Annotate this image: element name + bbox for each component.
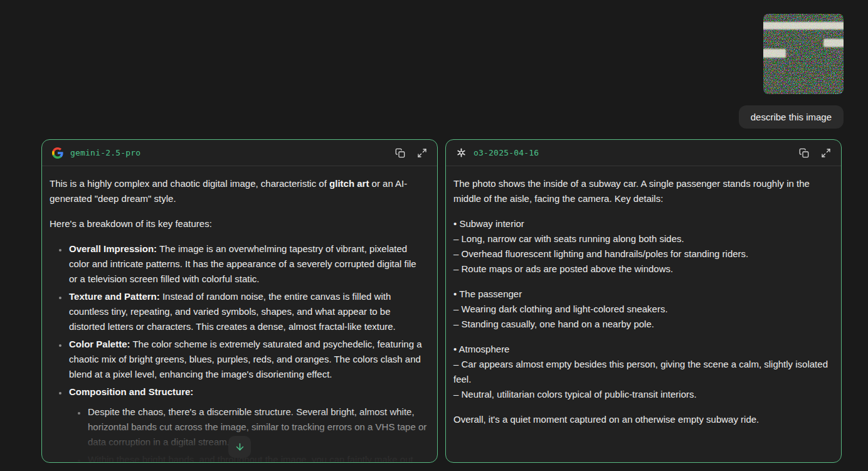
- expand-button[interactable]: [821, 148, 831, 158]
- panel-content: This is a highly complex and chaotic dig…: [42, 166, 437, 463]
- model-panels: gemini-2.5-pro This is a highly complex …: [41, 139, 842, 463]
- list-item: Texture and Pattern: Instead of random n…: [68, 289, 427, 334]
- text-line: • Subway interior: [453, 216, 831, 231]
- text-line: – Overhead fluorescent lighting and hand…: [453, 246, 831, 262]
- header-actions: [395, 148, 427, 158]
- bold-text: Texture and Pattern:: [69, 291, 160, 302]
- text-line: • The passenger: [453, 287, 831, 302]
- openai-logo-icon: [456, 147, 467, 158]
- bold-text: Color Palette:: [69, 339, 130, 349]
- text-line: – Route maps or ads are posted above the…: [453, 262, 831, 277]
- copy-icon: [395, 148, 405, 158]
- google-logo-icon: [52, 147, 63, 159]
- text-run: This is a highly complex and chaotic dig…: [50, 178, 329, 189]
- panel-header: o3-2025-04-16: [446, 140, 841, 166]
- text-line: – Car appears almost empty besides this …: [453, 357, 831, 387]
- list-item: Overall Impression: The image is an over…: [68, 241, 427, 287]
- arrow-down-icon: [235, 442, 245, 452]
- list-item: Despite the chaos, there's a discernible…: [87, 405, 427, 450]
- model-name: o3-2025-04-16: [474, 148, 539, 157]
- paragraph: • The passenger– Wearing dark clothing a…: [453, 287, 831, 332]
- model-panel-o3: o3-2025-04-16 The photo shows the inside…: [445, 139, 842, 463]
- paragraph: This is a highly complex and chaotic dig…: [50, 176, 427, 206]
- bold-text: Overall Impression:: [69, 243, 157, 254]
- text-line: • Atmosphere: [453, 342, 831, 357]
- glitch-image-thumbnail[interactable]: [763, 14, 844, 94]
- expand-icon: [417, 148, 427, 158]
- header-actions: [799, 148, 831, 158]
- page: { "colors": { "page_bg": "#1a1a1a", "pan…: [0, 0, 868, 471]
- panel-header: gemini-2.5-pro: [42, 140, 437, 166]
- text-line: – Long, narrow car with seats running al…: [453, 231, 831, 246]
- list-item: Within these bright bands, and throughou…: [87, 452, 427, 463]
- prompt-bubble: describe this image: [739, 105, 844, 129]
- text-line: – Wearing dark clothing and light-colore…: [453, 302, 831, 317]
- expand-button[interactable]: [417, 148, 427, 158]
- prompt-text: describe this image: [751, 112, 832, 122]
- copy-icon: [799, 148, 809, 158]
- copy-button[interactable]: [395, 148, 405, 158]
- text-line: The photo shows the inside of a subway c…: [453, 176, 831, 206]
- bullet-list: Overall Impression: The image is an over…: [50, 241, 427, 463]
- copy-button[interactable]: [799, 148, 809, 158]
- paragraph: • Atmosphere– Car appears almost empty b…: [453, 342, 831, 402]
- panel-content: The photo shows the inside of a subway c…: [446, 166, 841, 427]
- text-line: – Standing casually, one hand on a nearb…: [453, 317, 831, 332]
- expand-icon: [821, 148, 831, 158]
- paragraph: The photo shows the inside of a subway c…: [453, 176, 831, 206]
- paragraph: Overall, it's a quiet moment captured on…: [453, 412, 831, 427]
- text-line: – Neutral, utilitarian colors typical of…: [453, 387, 831, 402]
- text-run: Within these bright bands, and throughou…: [88, 454, 413, 463]
- text-run: Despite the chaos, there's a discernible…: [88, 406, 426, 447]
- glitch-noise-graphic: [763, 14, 844, 94]
- bold-text: glitch art: [329, 178, 369, 189]
- paragraph: Here's a breakdown of its key features:: [50, 216, 427, 231]
- model-panel-gemini: gemini-2.5-pro This is a highly complex …: [41, 139, 438, 463]
- scroll-down-button[interactable]: [228, 436, 251, 458]
- paragraph: • Subway interior– Long, narrow car with…: [453, 216, 831, 277]
- list-item: Color Palette: The color scheme is extre…: [68, 337, 427, 382]
- text-line: Overall, it's a quiet moment captured on…: [453, 412, 831, 427]
- bold-text: Composition and Structure:: [69, 386, 193, 397]
- text-run: Here's a breakdown of its key features:: [50, 218, 212, 229]
- model-name: gemini-2.5-pro: [70, 148, 140, 157]
